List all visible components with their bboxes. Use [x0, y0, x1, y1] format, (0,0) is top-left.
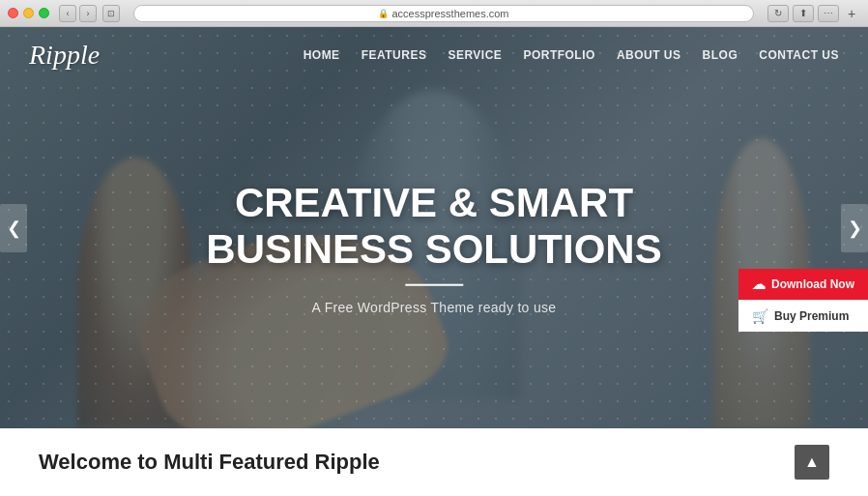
buy-premium-button[interactable]: 🛒 Buy Premium	[738, 300, 868, 332]
new-tab-button[interactable]: +	[843, 5, 860, 22]
hero-title-line1: CREATIVE & SMART	[206, 179, 661, 225]
back-button[interactable]: ‹	[59, 5, 76, 22]
download-button[interactable]: ☁ Download Now	[738, 269, 868, 300]
scroll-top-button[interactable]: ▲	[795, 445, 829, 480]
hero-divider	[405, 284, 463, 286]
forward-button[interactable]: ›	[79, 5, 97, 22]
maximize-button[interactable]	[39, 8, 49, 18]
browser-chrome: ‹ › ⊡ 🔒 accesspressthemes.com ↻ ⬆ ⋯ +	[0, 0, 868, 27]
tab-button[interactable]: ⊡	[102, 5, 120, 22]
nav-item-about[interactable]: ABOUT US	[617, 48, 681, 62]
welcome-section: Welcome to Multi Featured Ripple ▲	[0, 428, 868, 496]
hero-title-line2: BUSINESS SOLUTIONS	[206, 226, 661, 273]
site-logo[interactable]: Ripple	[29, 40, 100, 71]
toolbar-right: ↻ ⬆ ⋯ +	[767, 5, 860, 22]
hero-section: Ripple HOME FEATURES SERVICE PORTFOLIO A…	[0, 27, 868, 428]
website-content: Ripple HOME FEATURES SERVICE PORTFOLIO A…	[0, 27, 868, 496]
nav-item-service[interactable]: SERVICE	[448, 48, 502, 62]
nav-item-features[interactable]: FEATURES	[362, 48, 427, 62]
download-label: Download Now	[771, 277, 854, 291]
more-button[interactable]: ⋯	[818, 5, 839, 22]
nav-item-home[interactable]: HOME	[304, 48, 340, 62]
scroll-top-icon: ▲	[804, 453, 820, 471]
download-icon: ☁	[752, 277, 766, 292]
close-button[interactable]	[8, 8, 18, 18]
prev-arrow[interactable]: ❮	[0, 204, 27, 252]
hero-title: CREATIVE & SMART BUSINESS SOLUTIONS	[206, 179, 661, 273]
nav-item-contact[interactable]: CONTACT US	[759, 48, 839, 62]
floating-buttons: ☁ Download Now 🛒 Buy Premium	[738, 269, 868, 332]
reload-button[interactable]: ↻	[767, 5, 789, 22]
nav-item-portfolio[interactable]: PORTFOLIO	[523, 48, 595, 62]
site-navigation: Ripple HOME FEATURES SERVICE PORTFOLIO A…	[0, 27, 868, 83]
welcome-title: Welcome to Multi Featured Ripple	[39, 450, 380, 475]
nav-item-blog[interactable]: BLOG	[703, 48, 738, 62]
hero-content: CREATIVE & SMART BUSINESS SOLUTIONS A Fr…	[206, 179, 661, 315]
minimize-button[interactable]	[23, 8, 34, 18]
nav-menu: HOME FEATURES SERVICE PORTFOLIO ABOUT US…	[304, 48, 839, 62]
share-button[interactable]: ⬆	[793, 5, 814, 22]
lock-icon: 🔒	[378, 9, 389, 18]
premium-label: Buy Premium	[774, 309, 849, 323]
arrow-left-icon: ❮	[7, 218, 21, 239]
cart-icon: 🛒	[752, 308, 768, 324]
address-bar[interactable]: 🔒 accesspressthemes.com	[133, 5, 754, 22]
hero-subtitle: A Free WordPress Theme ready to use	[206, 300, 661, 315]
address-text: accesspressthemes.com	[391, 8, 508, 19]
traffic-lights	[8, 8, 49, 18]
next-arrow[interactable]: ❯	[841, 204, 868, 252]
browser-nav-buttons: ‹ ›	[59, 5, 97, 22]
arrow-right-icon: ❯	[848, 218, 862, 239]
